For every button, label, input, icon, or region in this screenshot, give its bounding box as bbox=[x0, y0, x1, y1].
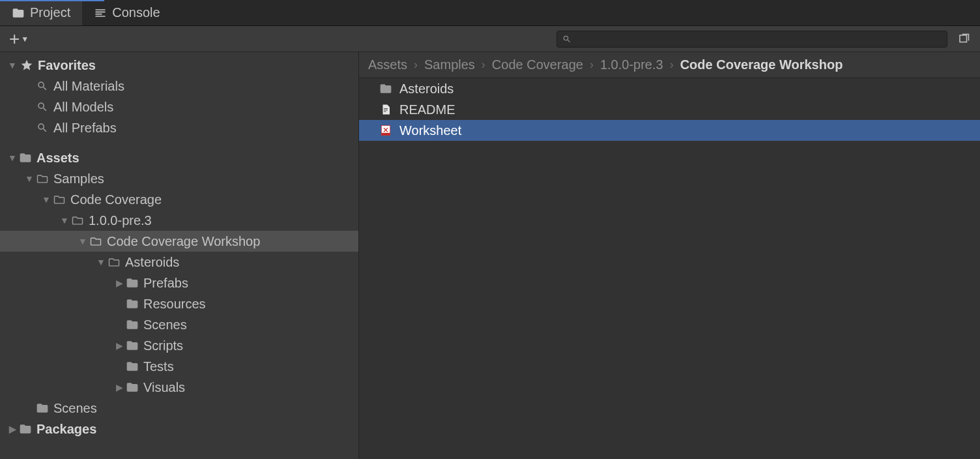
chevron-down-icon: ▼ bbox=[21, 35, 29, 44]
search-box[interactable] bbox=[556, 31, 947, 48]
search-icon bbox=[562, 35, 571, 44]
tree-packages[interactable]: ▶ Packages bbox=[0, 419, 358, 439]
toolbar: + ▼ bbox=[0, 26, 980, 52]
tree-favorites-label: Favorites bbox=[38, 58, 96, 73]
tree-all-models[interactable]: All Models bbox=[0, 96, 358, 117]
file-worksheet[interactable]: Worksheet bbox=[359, 120, 980, 141]
tree-asteroids[interactable]: ▼ Asteroids bbox=[0, 252, 358, 273]
body: ▼ Favorites All Materials All Models bbox=[0, 52, 980, 459]
tree-tests[interactable]: Tests bbox=[0, 356, 358, 377]
file-readme-label: README bbox=[399, 102, 455, 117]
breadcrumb-samples[interactable]: Samples bbox=[424, 57, 475, 72]
folder-icon bbox=[125, 297, 139, 310]
tab-console-label: Console bbox=[112, 5, 160, 20]
chevron-right-icon: ▶ bbox=[113, 382, 125, 392]
folder-icon bbox=[125, 360, 139, 373]
file-asteroids[interactable]: Asteroids bbox=[359, 78, 980, 99]
chevron-right-icon: ▶ bbox=[7, 424, 18, 434]
chevron-down-icon: ▼ bbox=[40, 194, 52, 205]
tab-strip: Project Console bbox=[0, 0, 980, 26]
tree-workshop[interactable]: ▼ Code Coverage Workshop bbox=[0, 231, 358, 252]
folder-open-icon bbox=[89, 235, 103, 248]
folder-icon bbox=[379, 82, 393, 95]
folder-icon bbox=[125, 381, 139, 394]
tree-resources[interactable]: Resources bbox=[0, 293, 358, 314]
breadcrumb-workshop[interactable]: Code Coverage Workshop bbox=[680, 57, 843, 72]
tree-samples-label: Samples bbox=[53, 171, 104, 186]
chevron-right-icon: › bbox=[590, 58, 594, 72]
chevron-down-icon: ▼ bbox=[95, 257, 107, 267]
folder-icon bbox=[18, 422, 33, 436]
breadcrumb: Assets › Samples › Code Coverage › 1.0.0… bbox=[359, 52, 980, 78]
search-icon bbox=[35, 101, 50, 113]
folder-open-icon bbox=[107, 256, 121, 269]
folder-icon bbox=[35, 402, 50, 415]
tree-samples[interactable]: ▼ Samples bbox=[0, 168, 358, 189]
folder-open-icon bbox=[70, 214, 85, 227]
search-icon bbox=[35, 122, 50, 134]
search-input[interactable] bbox=[575, 33, 942, 44]
breadcrumb-code-coverage[interactable]: Code Coverage bbox=[492, 57, 583, 72]
file-readme[interactable]: README bbox=[359, 99, 980, 120]
tree-prefabs-label: Prefabs bbox=[143, 276, 188, 291]
folder-icon bbox=[125, 339, 139, 352]
folder-icon bbox=[18, 151, 33, 164]
console-icon bbox=[94, 7, 107, 20]
tree-workshop-label: Code Coverage Workshop bbox=[107, 234, 260, 249]
star-icon bbox=[20, 59, 34, 72]
tree-version[interactable]: ▼ 1.0.0-pre.3 bbox=[0, 210, 358, 231]
plus-icon: + bbox=[9, 30, 20, 48]
tree-scenes[interactable]: Scenes bbox=[0, 398, 358, 419]
left-pane: ▼ Favorites All Materials All Models bbox=[0, 52, 358, 459]
tree: ▼ Favorites All Materials All Models bbox=[0, 52, 358, 439]
chevron-right-icon: › bbox=[482, 58, 485, 72]
tree-packages-label: Packages bbox=[36, 422, 96, 437]
chevron-right-icon: ▶ bbox=[113, 340, 125, 351]
tab-console[interactable]: Console bbox=[82, 0, 171, 25]
tree-all-materials[interactable]: All Materials bbox=[0, 76, 358, 96]
tree-all-materials-label: All Materials bbox=[53, 79, 124, 94]
create-button[interactable]: + ▼ bbox=[7, 30, 31, 48]
folder-icon bbox=[12, 7, 25, 20]
tree-code-coverage-label: Code Coverage bbox=[70, 192, 162, 207]
pdf-icon bbox=[379, 124, 393, 137]
tree-version-label: 1.0.0-pre.3 bbox=[89, 213, 152, 228]
chevron-right-icon: › bbox=[414, 58, 418, 72]
tree-tests-label: Tests bbox=[143, 359, 174, 374]
tree-scenes-sub-label: Scenes bbox=[143, 318, 187, 333]
tree-favorites[interactable]: ▼ Favorites bbox=[0, 55, 358, 76]
tree-resources-label: Resources bbox=[143, 297, 206, 312]
tree-prefabs[interactable]: ▶ Prefabs bbox=[0, 273, 358, 293]
folder-icon bbox=[125, 276, 139, 289]
chevron-right-icon: › bbox=[670, 58, 674, 72]
tab-project-label: Project bbox=[30, 5, 70, 20]
search-icon bbox=[35, 80, 50, 92]
tree-scripts[interactable]: ▶ Scripts bbox=[0, 335, 358, 356]
tree-assets[interactable]: ▼ Assets bbox=[0, 147, 358, 168]
breadcrumb-assets[interactable]: Assets bbox=[368, 57, 407, 72]
chevron-down-icon: ▼ bbox=[7, 153, 18, 163]
file-asteroids-label: Asteroids bbox=[399, 81, 454, 96]
tree-all-prefabs-label: All Prefabs bbox=[53, 121, 117, 136]
tree-visuals[interactable]: ▶ Visuals bbox=[0, 377, 358, 398]
file-worksheet-label: Worksheet bbox=[399, 123, 461, 138]
folder-icon bbox=[125, 318, 139, 331]
chevron-down-icon: ▼ bbox=[7, 60, 18, 70]
detach-button[interactable] bbox=[954, 31, 973, 48]
accent-line bbox=[0, 0, 104, 1]
tab-project[interactable]: Project bbox=[0, 0, 82, 25]
tree-code-coverage[interactable]: ▼ Code Coverage bbox=[0, 189, 358, 210]
tree-scenes-label: Scenes bbox=[53, 401, 97, 416]
tree-asteroids-label: Asteroids bbox=[125, 255, 179, 270]
tree-scenes-sub[interactable]: Scenes bbox=[0, 314, 358, 335]
file-list: Asteroids README Worksheet bbox=[359, 78, 980, 459]
tree-scripts-label: Scripts bbox=[143, 338, 183, 353]
tree-visuals-label: Visuals bbox=[143, 380, 185, 395]
tree-all-prefabs[interactable]: All Prefabs bbox=[0, 117, 358, 138]
svg-rect-2 bbox=[381, 133, 390, 136]
tree-all-models-label: All Models bbox=[53, 100, 113, 115]
detach-icon bbox=[958, 33, 970, 45]
chevron-right-icon: ▶ bbox=[113, 278, 125, 288]
right-pane: Assets › Samples › Code Coverage › 1.0.0… bbox=[358, 52, 980, 459]
breadcrumb-version[interactable]: 1.0.0-pre.3 bbox=[600, 57, 663, 72]
